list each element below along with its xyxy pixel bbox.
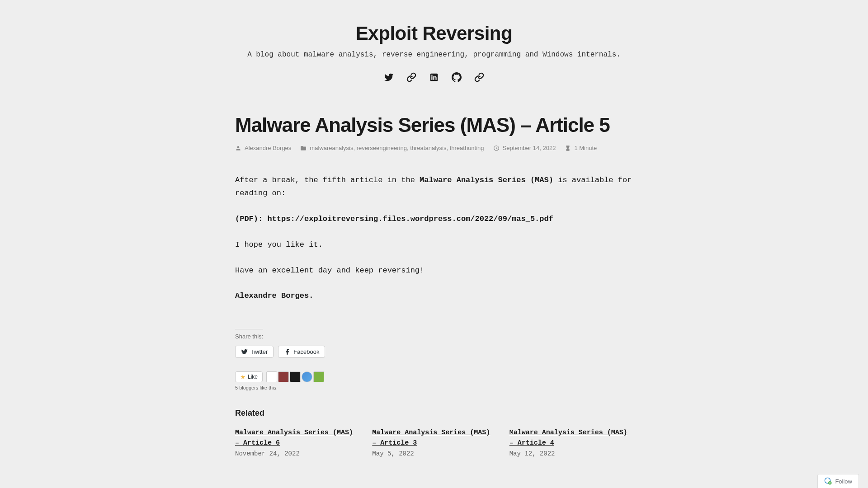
site-title[interactable]: Exploit Reversing [235, 23, 633, 44]
link2-icon[interactable] [474, 72, 484, 82]
date-link[interactable]: September 14, 2022 [503, 145, 556, 151]
github-icon[interactable] [452, 72, 462, 82]
author-link[interactable]: Alexandre Borges [245, 145, 291, 151]
facebook-icon [284, 348, 291, 355]
readtime-text: 1 Minute [574, 145, 597, 151]
avatar[interactable] [266, 371, 277, 382]
related-link[interactable]: Malware Analysis Series (MAS) – Article … [372, 428, 495, 448]
meta-date: September 14, 2022 [493, 145, 556, 151]
share-buttons: Twitter Facebook [235, 346, 633, 358]
related-item: Malware Analysis Series (MAS) – Article … [509, 428, 633, 457]
person-icon [235, 145, 241, 151]
tag-link[interactable]: threathunting [450, 145, 484, 151]
clock-icon [493, 145, 500, 151]
paragraph-pdf: (PDF): https://exploitreversing.files.wo… [235, 213, 633, 226]
meta-tags: malwareanalysis, reverseengineering, thr… [300, 145, 484, 151]
related-section: Related Malware Analysis Series (MAS) – … [235, 408, 633, 457]
site-tagline: A blog about malware analysis, reverse e… [235, 51, 633, 59]
liker-avatars [266, 371, 324, 382]
link-icon[interactable] [406, 72, 416, 82]
meta-readtime: 1 Minute [565, 145, 597, 151]
related-item: Malware Analysis Series (MAS) – Article … [372, 428, 495, 457]
like-button[interactable]: ★ Like [235, 371, 263, 382]
share-twitter-button[interactable]: Twitter [235, 346, 274, 358]
paragraph: I hope you like it. [235, 239, 633, 252]
related-link[interactable]: Malware Analysis Series (MAS) – Article … [509, 428, 633, 448]
hourglass-icon [565, 145, 571, 151]
related-link[interactable]: Malware Analysis Series (MAS) – Article … [235, 428, 359, 448]
likes-section: ★ Like [235, 371, 633, 382]
star-icon: ★ [240, 373, 246, 380]
twitter-icon [241, 348, 248, 355]
signature: Alexandre Borges. [235, 290, 633, 303]
avatar[interactable] [278, 371, 289, 382]
social-nav [235, 72, 633, 82]
related-item: Malware Analysis Series (MAS) – Article … [235, 428, 359, 457]
meta-author: Alexandre Borges [235, 145, 291, 151]
post-meta: Alexandre Borges malwareanalysis, revers… [235, 145, 633, 151]
post-content: After a break, the fifth article in the … [235, 174, 633, 303]
avatar[interactable] [313, 371, 324, 382]
related-date: May 5, 2022 [372, 450, 495, 457]
tag-link[interactable]: malwareanalysis [310, 145, 353, 151]
avatar[interactable] [302, 371, 312, 382]
post-title: Malware Analysis Series (MAS) – Article … [235, 114, 633, 136]
linkedin-icon[interactable] [429, 72, 439, 82]
twitter-icon[interactable] [384, 72, 394, 82]
post: Malware Analysis Series (MAS) – Article … [235, 114, 633, 457]
related-title: Related [235, 408, 633, 418]
related-date: May 12, 2022 [509, 450, 633, 457]
pdf-link[interactable]: https://exploitreversing.files.wordpress… [267, 215, 553, 223]
related-date: November 24, 2022 [235, 450, 359, 457]
paragraph: Have an excellent day and keep reversing… [235, 264, 633, 277]
related-grid: Malware Analysis Series (MAS) – Article … [235, 428, 633, 457]
avatar[interactable] [290, 371, 301, 382]
site-header: Exploit Reversing A blog about malware a… [235, 23, 633, 82]
share-facebook-button[interactable]: Facebook [278, 346, 325, 358]
tag-link[interactable]: threatanalysis [410, 145, 446, 151]
paragraph: After a break, the fifth article in the … [235, 174, 633, 200]
folder-icon [300, 145, 307, 151]
likes-text: 5 bloggers like this. [235, 385, 633, 390]
share-label: Share this: [235, 333, 263, 340]
tag-link[interactable]: reverseengineering [357, 145, 407, 151]
share-section: Share this: [235, 329, 263, 340]
